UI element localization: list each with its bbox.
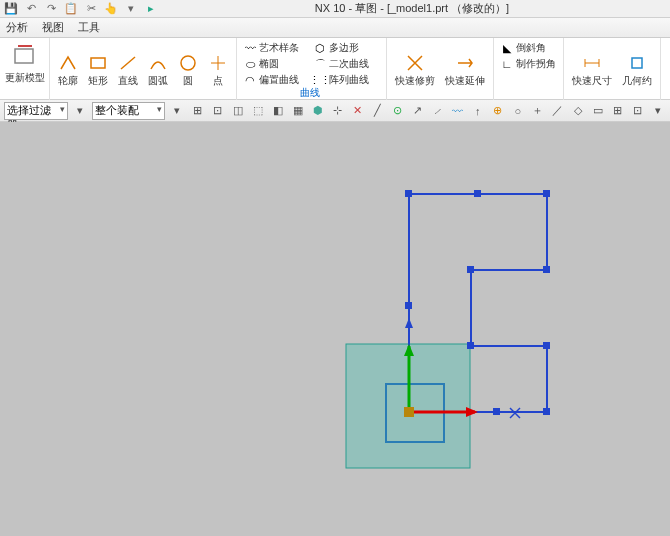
- conic-icon: ⌒: [313, 57, 327, 71]
- tool-icon-20[interactable]: ◇: [570, 102, 586, 120]
- tool-icon-16[interactable]: ⊕: [490, 102, 506, 120]
- profile-icon: [58, 53, 78, 73]
- tool-icon-11[interactable]: ⊙: [390, 102, 406, 120]
- svg-rect-0: [15, 49, 33, 63]
- tool-icon-18[interactable]: ＋: [530, 102, 546, 120]
- update-model-icon: [11, 42, 39, 70]
- save-icon[interactable]: 💾: [4, 2, 18, 16]
- tool-icon-2[interactable]: ⊡: [210, 102, 226, 120]
- play-icon[interactable]: ▸: [144, 2, 158, 16]
- svg-marker-27: [466, 407, 478, 417]
- dropdown-icon[interactable]: ▾: [124, 2, 138, 16]
- polygon-icon: ⬡: [313, 41, 327, 55]
- corner-icon: ∟: [500, 57, 514, 71]
- filter-dropdown-icon[interactable]: ▾: [72, 102, 88, 120]
- svg-rect-1: [91, 58, 105, 68]
- cut-icon[interactable]: ✂: [84, 2, 98, 16]
- offset-icon: ◠: [243, 73, 257, 87]
- tool-icon-7[interactable]: ⬢: [310, 102, 326, 120]
- line-icon: [118, 53, 138, 73]
- circle-button[interactable]: 圆: [174, 51, 202, 90]
- title-bar: 💾 ↶ ↷ 📋 ✂ 👆 ▾ ▸ NX 10 - 草图 - [_model1.pr…: [0, 0, 670, 18]
- chamfer-button[interactable]: ◣倒斜角: [498, 40, 548, 56]
- filter-toolbar: 选择过滤器 ▾ 整个装配 ▾ ⊞ ⊡ ◫ ⬚ ◧ ▦ ⬢ ⊹ ✕ ╱ ⊙ ↗ ⟋…: [0, 100, 670, 122]
- conic-button[interactable]: ⌒二次曲线: [311, 56, 371, 72]
- menu-view[interactable]: 视图: [42, 20, 64, 35]
- svg-point-3: [181, 56, 195, 70]
- rapid-dim-button[interactable]: 快速尺寸: [568, 51, 616, 90]
- quick-trim-button[interactable]: 快速修剪: [391, 51, 439, 90]
- window-title: NX 10 - 草图 - [_model1.prt （修改的）]: [158, 1, 666, 16]
- tool-icon-23[interactable]: ⊡: [630, 102, 646, 120]
- tool-icon-19[interactable]: ／: [550, 102, 566, 120]
- copy-icon[interactable]: 📋: [64, 2, 78, 16]
- redo-icon[interactable]: ↷: [44, 2, 58, 16]
- svg-rect-15: [543, 190, 550, 197]
- svg-rect-14: [474, 190, 481, 197]
- tool-icon-15[interactable]: ↑: [470, 102, 486, 120]
- ribbon: 更新模型 轮廓 矩形 直线 圆弧 圆 点 〰艺术样条 ⬭椭圆 ◠偏置曲线 ⬡多边…: [0, 38, 670, 100]
- quick-extend-button[interactable]: 快速延伸: [441, 51, 489, 90]
- tool-icon-24[interactable]: ▾: [650, 102, 666, 120]
- pattern-icon: ⋮⋮: [313, 73, 327, 87]
- tool-icon-13[interactable]: ⟋: [430, 102, 446, 120]
- tool-icon-12[interactable]: ↗: [410, 102, 426, 120]
- menu-tools[interactable]: 工具: [78, 20, 100, 35]
- touch-icon[interactable]: 👆: [104, 2, 118, 16]
- tool-icon-10[interactable]: ╱: [370, 102, 386, 120]
- circle-icon: [178, 53, 198, 73]
- chamfer-icon: ◣: [500, 41, 514, 55]
- undo-icon[interactable]: ↶: [24, 2, 38, 16]
- filter-dropdown2-icon[interactable]: ▾: [169, 102, 185, 120]
- tool-icon-6[interactable]: ▦: [290, 102, 306, 120]
- drawing-canvas[interactable]: www.rjzxw.com: [0, 122, 670, 536]
- svg-marker-23: [405, 318, 413, 328]
- line-button[interactable]: 直线: [114, 51, 142, 90]
- extend-icon: [455, 53, 475, 73]
- ribbon-group-label: 曲线: [300, 86, 320, 100]
- svg-rect-22: [405, 302, 412, 309]
- svg-rect-17: [467, 266, 474, 273]
- svg-rect-16: [543, 266, 550, 273]
- tool-icon-5[interactable]: ◧: [270, 102, 286, 120]
- profile-button[interactable]: 轮廓: [54, 51, 82, 90]
- svg-rect-28: [404, 407, 414, 417]
- tool-icon-9[interactable]: ✕: [350, 102, 366, 120]
- ellipse-button[interactable]: ⬭椭圆: [241, 56, 301, 72]
- svg-line-2: [121, 57, 135, 69]
- offset-curve-button[interactable]: ◠偏置曲线: [241, 72, 301, 88]
- polygon-button[interactable]: ⬡多边形: [311, 40, 371, 56]
- tool-icon-1[interactable]: ⊞: [190, 102, 206, 120]
- menu-analyze[interactable]: 分析: [6, 20, 28, 35]
- svg-rect-19: [543, 342, 550, 349]
- arc-icon: [148, 53, 168, 73]
- art-spline-button[interactable]: 〰艺术样条: [241, 40, 301, 56]
- sketch-geometry: [0, 122, 670, 536]
- rectangle-icon: [88, 53, 108, 73]
- update-model-button[interactable]: 更新模型: [1, 40, 49, 87]
- svg-rect-18: [467, 342, 474, 349]
- selection-filter-dropdown[interactable]: 选择过滤器: [4, 102, 68, 120]
- menu-bar: 分析 视图 工具: [0, 18, 670, 38]
- pattern-curve-button[interactable]: ⋮⋮阵列曲线: [311, 72, 371, 88]
- arc-button[interactable]: 圆弧: [144, 51, 172, 90]
- tool-icon-4[interactable]: ⬚: [250, 102, 266, 120]
- dimension-icon: [582, 53, 602, 73]
- point-button[interactable]: 点: [204, 51, 232, 90]
- tool-icon-14[interactable]: 〰: [450, 102, 466, 120]
- tool-icon-3[interactable]: ◫: [230, 102, 246, 120]
- constraint-icon: [627, 53, 647, 73]
- assembly-filter-dropdown[interactable]: 整个装配: [92, 102, 165, 120]
- rectangle-button[interactable]: 矩形: [84, 51, 112, 90]
- tool-icon-8[interactable]: ⊹: [330, 102, 346, 120]
- svg-rect-13: [405, 190, 412, 197]
- tool-icon-17[interactable]: ○: [510, 102, 526, 120]
- svg-rect-21: [493, 408, 500, 415]
- point-icon: [208, 53, 228, 73]
- make-corner-button[interactable]: ∟制作拐角: [498, 56, 558, 72]
- ellipse-icon: ⬭: [243, 57, 257, 71]
- tool-icon-22[interactable]: ⊞: [610, 102, 626, 120]
- quick-access-toolbar: 💾 ↶ ↷ 📋 ✂ 👆 ▾ ▸: [4, 2, 158, 16]
- tool-icon-21[interactable]: ▭: [590, 102, 606, 120]
- geo-constraint-button[interactable]: 几何约: [618, 51, 656, 90]
